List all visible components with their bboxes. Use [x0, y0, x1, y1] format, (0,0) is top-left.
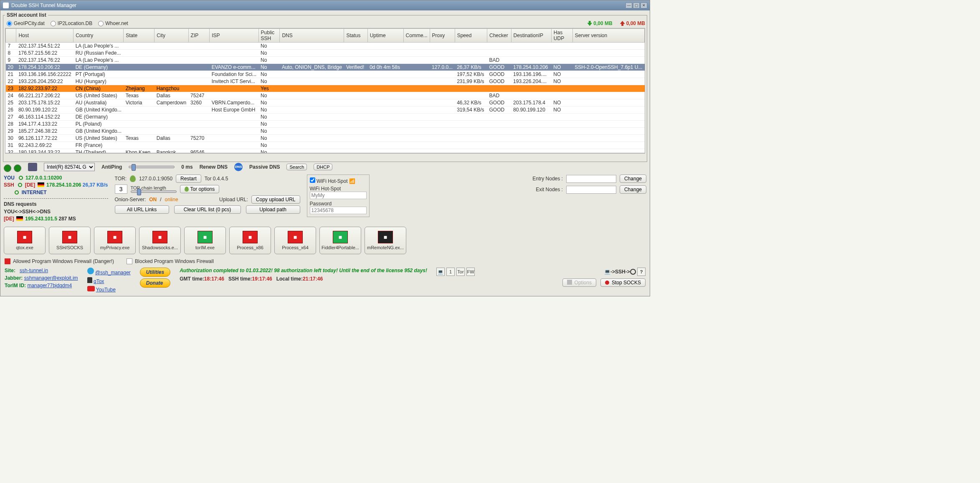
site-link[interactable]: ssh-tunnel.in	[20, 268, 48, 273]
net-mini-icon[interactable]: 💻	[436, 268, 445, 276]
upload-path-button[interactable]: Upload path	[246, 205, 300, 214]
status-dot-2	[14, 164, 21, 172]
col-public-ssh[interactable]: Public SSH	[258, 29, 280, 43]
app-launcher[interactable]: ■qtox.exe	[4, 227, 46, 254]
titlebar[interactable]: Double SSH Tunnel Manager — ▢ ✕	[0, 0, 650, 10]
entry-nodes-input[interactable]	[566, 175, 616, 183]
donate-button[interactable]: Donate	[140, 278, 170, 288]
table-row[interactable]: 7202.137.154.51:22LA (Lao People's ...No	[6, 43, 645, 50]
col-checker[interactable]: Checker	[487, 29, 512, 43]
exit-nodes-input[interactable]	[566, 186, 616, 194]
torim-link[interactable]: manager77bjdqdm4	[27, 283, 72, 288]
table-row[interactable]: 32180.183.244.33:22TH (Thailand)Khon Kae…	[6, 149, 645, 154]
maximize-button[interactable]: ▢	[633, 3, 640, 8]
app-label: Process_x86	[237, 245, 263, 250]
clear-url-list-button[interactable]: Clear URL list (0 pcs)	[174, 205, 241, 214]
wifi-password-label: Password	[310, 201, 367, 207]
table-row[interactable]: 29185.27.246.38:22GB (United Kingdo...No	[6, 128, 645, 135]
hosts-table[interactable]: HostCountryStateCityZIPISPPublic SSHDNSS…	[5, 28, 645, 153]
gear-icon	[567, 280, 572, 285]
table-row[interactable]: 23182.92.233.97:22CN (China)ZhejiangHang…	[6, 85, 645, 92]
tor-restart-button[interactable]: Restart	[176, 174, 201, 183]
table-row[interactable]: 2680.90.199.120:22GB (United Kingdo...Ho…	[6, 106, 645, 114]
table-row[interactable]: 3096.126.117.72:22US (United States)Texa…	[6, 135, 645, 142]
col-uptime[interactable]: Uptime	[367, 29, 403, 43]
lower-grid: YOU 127.0.0.1:10200 SSH [DE] 178.254.10.…	[0, 174, 650, 225]
all-url-links-button[interactable]: All URL Links	[115, 205, 169, 214]
fw-toggle[interactable]: FW	[466, 268, 475, 276]
geoip-radio-row: GeoIPCity.dat IP2Location.DB Whoer.net 0…	[5, 20, 645, 28]
qtox-link[interactable]: qTox	[94, 278, 104, 284]
radio-ip2location[interactable]: IP2Location.DB	[51, 20, 92, 26]
table-row[interactable]: 28194.177.4.133:22PL (Poland)No	[6, 121, 645, 128]
app-launcher[interactable]: ■Shadowsocks.e...	[139, 227, 181, 254]
copy-upload-url-button[interactable]: Copy upload URL	[251, 195, 300, 204]
col-destinationip[interactable]: DestinationIP	[511, 29, 551, 43]
options-button[interactable]: Options	[562, 278, 596, 287]
wifi-name-input[interactable]	[310, 192, 367, 199]
adapter-select[interactable]: Intel(R) 82574L G	[44, 163, 95, 171]
app-launcher[interactable]: ■SSH/SOCKS	[49, 227, 91, 254]
antiping-slider[interactable]	[129, 166, 175, 168]
table-row[interactable]: 21193.136.196.156:22222PT (Portugal)Foun…	[6, 71, 645, 78]
close-button[interactable]: ✕	[641, 3, 647, 8]
app-label: SSH/SOCKS	[56, 245, 83, 250]
wifi-password-input[interactable]	[310, 207, 367, 214]
col-comme-[interactable]: Comme...	[403, 29, 430, 43]
app-label: myPrivacy.exe	[100, 245, 130, 250]
col-status[interactable]: Status	[344, 29, 367, 43]
wifi-hotspot-checkbox[interactable]: WiFi Hot-Spot 📶	[310, 178, 355, 184]
exit-nodes-change-button[interactable]: Change	[620, 185, 646, 194]
col-dns[interactable]: DNS	[280, 29, 344, 43]
tor-chain-length-input[interactable]	[115, 185, 127, 194]
hosts-table-wrap[interactable]: HostCountryStateCityZIPISPPublic SSHDNSS…	[5, 28, 645, 153]
col-host[interactable]: Host	[16, 29, 73, 43]
tor-toggle[interactable]: Tor	[456, 268, 465, 276]
table-row[interactable]: 2746.163.114.152:22DE (Germany)No	[6, 114, 645, 121]
app-launcher[interactable]: ■torIM.exe	[184, 227, 226, 254]
app-launcher[interactable]: ■Process_x86	[229, 227, 271, 254]
table-row[interactable]: 25203.175.178.15:22AU (Australia)Victori…	[6, 99, 645, 106]
radio-geoipcity[interactable]: GeoIPCity.dat	[7, 20, 45, 26]
col-has-udp[interactable]: Has UDP	[551, 29, 572, 43]
telegram-link[interactable]: @ssh_manager	[95, 270, 131, 276]
app-launcher[interactable]: ■myPrivacy.exe	[94, 227, 136, 254]
app-icon: ■	[198, 231, 213, 243]
app-icon	[3, 3, 9, 8]
table-row[interactable]: 3192.243.2.69:22FR (France)No	[6, 142, 645, 149]
dhcp-button[interactable]: DHCP	[314, 164, 332, 170]
app-launcher[interactable]: ■Process_x64	[274, 227, 316, 254]
col-city[interactable]: City	[154, 29, 188, 43]
col-server-version[interactable]: Server version	[572, 29, 644, 43]
app-launcher[interactable]: ■Fiddler4Portable...	[319, 227, 361, 254]
col-country[interactable]: Country	[73, 29, 124, 43]
col-state[interactable]: State	[124, 29, 154, 43]
table-row[interactable]: 9202.137.154.76:22LA (Lao People's ...No…	[6, 57, 645, 64]
exit-nodes-label: Exit Nodes :	[536, 187, 563, 192]
table-row[interactable]: 8176.57.215.56:22RU (Russian Fede...No	[6, 50, 645, 57]
entry-nodes-label: Entry Nodes :	[532, 176, 563, 182]
radio-whoer[interactable]: Whoer.net	[98, 20, 128, 26]
search-button[interactable]: Search	[286, 164, 307, 170]
stop-socks-button[interactable]: Stop SOCKS	[600, 278, 646, 287]
youtube-link[interactable]: YouTube	[96, 287, 116, 293]
utilities-button[interactable]: Utilities	[140, 268, 170, 277]
minimize-button[interactable]: —	[625, 3, 632, 8]
table-row[interactable]: 20178.254.10.206:22DE (Germany)EVANZO e-…	[6, 64, 645, 71]
h-scrollbar[interactable]	[5, 153, 645, 159]
col-proxy[interactable]: Proxy	[430, 29, 455, 43]
app-launcher[interactable]: ■mRemoteNG.ex...	[365, 227, 406, 254]
col-zip[interactable]: ZIP	[188, 29, 210, 43]
help-icon[interactable]: ?	[637, 268, 646, 276]
col-speed[interactable]: Speed	[455, 29, 487, 43]
entry-nodes-change-button[interactable]: Change	[620, 174, 646, 183]
ping-ms: 0 ms	[181, 164, 192, 170]
col-isp[interactable]: ISP	[210, 29, 258, 43]
tor-chain-slider[interactable]	[131, 190, 177, 193]
table-row[interactable]: 22193.226.204.250:22HU (Hungary)Invitech…	[6, 78, 645, 85]
adapter-icon	[28, 163, 37, 171]
tor-options-button[interactable]: Tor options	[180, 185, 220, 193]
table-row[interactable]: 2466.221.217.206:22US (United States)Tex…	[6, 92, 645, 99]
jabber-link[interactable]: sshmanager@exploit.im	[24, 275, 78, 281]
app-label: Shadowsocks.e...	[142, 245, 178, 250]
